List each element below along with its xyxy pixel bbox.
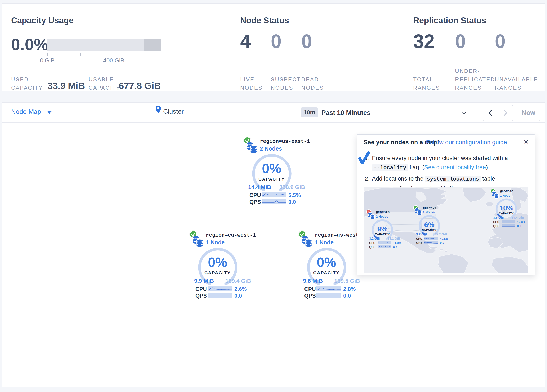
capacity-percent: 0% — [190, 257, 246, 268]
locality-label: region=eu-west-1 — [206, 232, 256, 238]
step-text-segment: ) — [486, 164, 488, 171]
breadcrumb-cluster[interactable]: Cluster — [163, 108, 184, 115]
qps-label: QPS — [369, 245, 376, 248]
cpu-sparkline — [502, 220, 515, 223]
qps-value: 0.0 — [440, 241, 444, 244]
configuration-guide-link[interactable]: Follow our configuration guide — [426, 139, 507, 146]
locality-label: geo=ams — [500, 189, 513, 193]
time-range-select[interactable]: 10m Past 10 Minutes — [297, 105, 475, 121]
qps-value: 0.0 — [288, 199, 296, 205]
capacity-metric-value: 677.8 GiB — [119, 81, 161, 91]
cpu-sparkline — [424, 237, 438, 240]
time-prev-button[interactable] — [483, 105, 498, 121]
stat-count-label: LIVENODES — [240, 75, 263, 92]
gauge-tick — [147, 53, 147, 56]
qps-value: 4.7 — [393, 245, 397, 248]
capacity-percent: 9% — [366, 226, 398, 232]
capacity-percent: 10% — [490, 205, 522, 211]
cluster-stats-bar: Capacity Usage 0.0% 0 GiB 400 GiB USEDCA… — [2, 3, 545, 91]
database-nodes-icon — [246, 141, 258, 153]
stat-count-label: UNAVAILABLERANGES — [495, 75, 538, 92]
cpu-metric-row: CPU 42.5% — [413, 237, 449, 240]
time-range-chip: 10m — [301, 107, 318, 117]
popup-header: See your nodes on a map! Follow our conf… — [357, 135, 535, 149]
qps-sparkline — [262, 199, 286, 204]
close-icon[interactable]: ✕ — [523, 138, 529, 146]
database-nodes-icon — [492, 191, 499, 199]
node-count-link[interactable]: 2 Nodes — [376, 215, 388, 218]
total-capacity-value: 35.1 GiB — [388, 237, 400, 240]
node-status-title: Node Status — [240, 16, 289, 25]
stat-count-column: 0UNDER-REPLICATEDRANGES — [455, 31, 497, 92]
gauge-tick — [80, 53, 81, 56]
cpu-metric-row: CPU 2.6% — [190, 286, 252, 291]
node-count-link[interactable]: 1 Node — [315, 239, 334, 246]
qps-label: QPS — [493, 224, 499, 228]
qps-metric-row: QPS 0.0 — [190, 293, 252, 298]
cpu-label: CPU — [493, 220, 499, 224]
capacity-word-label: CAPACITY — [298, 270, 355, 275]
cpu-value: 12.3% — [517, 220, 526, 224]
capacity-metric-label: USABLECAPACITY — [89, 75, 120, 92]
cpu-value: 5.5% — [288, 192, 301, 199]
database-nodes-icon — [301, 235, 313, 247]
qps-sparkline — [316, 293, 341, 298]
database-nodes-icon — [414, 208, 422, 215]
qps-metric-row: QPS 0.0 — [413, 241, 449, 244]
setup-step: 1.Ensure every node in your cluster was … — [365, 153, 529, 172]
region-node-card[interactable]: 1 geo=sfo 2 Nodes 9% CAPACITY 3.2 GiB 35… — [366, 209, 402, 250]
node-count-link[interactable]: 2 Nodes — [423, 210, 435, 214]
region-node-card[interactable]: region=us-west-1 1 Node 0% CAPACITY 9.6 … — [298, 230, 361, 300]
capacity-gauge-reserved-segment — [144, 39, 161, 51]
total-capacity-value: 65.7 GiB — [435, 233, 447, 236]
node-count-link[interactable]: 1 Node — [206, 239, 225, 246]
stat-count-label: UNDER-REPLICATEDRANGES — [455, 67, 495, 92]
stat-count-column: 32TOTALRANGES — [413, 31, 455, 92]
cpu-metric-row: CPU 12.3% — [490, 220, 526, 223]
cpu-sparkline — [207, 286, 232, 291]
qps-label: QPS — [195, 293, 207, 299]
total-capacity-value: 169.5 GiB — [334, 278, 360, 284]
stat-count-value: 0 — [455, 31, 497, 52]
time-nav-group — [483, 105, 513, 121]
chevron-right-icon — [503, 109, 508, 117]
region-node-card[interactable]: region=eu-west-1 1 Node 0% CAPACITY 9.9 … — [190, 230, 252, 300]
cpu-label: CPU — [195, 286, 207, 292]
view-selector-dropdown[interactable]: Node Map — [11, 108, 41, 116]
gauge-tick — [114, 53, 114, 56]
world-map: 1 geo=sfo 2 Nodes 9% CAPACITY 3.2 GiB 35… — [364, 187, 528, 273]
node-count-link[interactable]: 2 Nodes — [260, 145, 282, 152]
time-next-button[interactable] — [498, 105, 513, 121]
step-done-check-icon — [358, 151, 370, 164]
cpu-label: CPU — [369, 241, 376, 245]
stat-count-value: 0 — [301, 31, 343, 52]
used-capacity-value: 3.2 GiB — [369, 237, 380, 240]
node-count-link[interactable]: 1 Node — [500, 194, 510, 197]
qps-metric-row: QPS 0.0 — [298, 293, 361, 298]
capacity-metric-value: 33.9 MiB — [48, 81, 85, 91]
now-button[interactable]: Now — [517, 105, 540, 121]
region-node-card[interactable]: geo=ams 1 Node 10% CAPACITY 3.6 GiB 34.4… — [490, 188, 526, 229]
total-capacity-value: 338.9 GiB — [279, 184, 305, 191]
locality-tree-link[interactable]: See current locality tree — [424, 164, 486, 171]
region-node-card[interactable]: region=us-east-1 2 Nodes 0% CAPACITY 14.… — [244, 136, 306, 206]
region-node-card[interactable]: geo=nyc 2 Nodes 6% CAPACITY 3.7 GiB 65.7… — [413, 205, 449, 245]
database-nodes-icon — [191, 235, 204, 247]
code-chip: system.locations — [425, 176, 481, 182]
cpu-value: 2.8% — [343, 286, 356, 292]
used-capacity-value: 9.9 MiB — [194, 278, 214, 284]
total-capacity-value: 34.4 GiB — [512, 216, 524, 219]
used-capacity-value: 3.6 GiB — [493, 216, 504, 219]
node-map-toolbar: Node Map Cluster 10m Past 10 Minutes Now — [2, 102, 545, 123]
database-nodes-icon — [368, 212, 375, 220]
capacity-word-label: CAPACITY — [366, 233, 398, 236]
nodes-on-map-popup: See your nodes on a map! Follow our conf… — [357, 134, 535, 275]
stat-count-value: 0 — [495, 31, 537, 52]
locality-label: geo=sfo — [376, 210, 390, 214]
qps-label: QPS — [249, 199, 261, 205]
used-capacity-value: 14.4 MiB — [248, 184, 271, 191]
locality-label: geo=nyc — [423, 206, 437, 210]
capacity-percent: 0% — [244, 163, 300, 174]
footer-strip — [0, 387, 547, 392]
node-map-canvas: region=us-east-1 2 Nodes 0% CAPACITY 14.… — [2, 123, 545, 387]
